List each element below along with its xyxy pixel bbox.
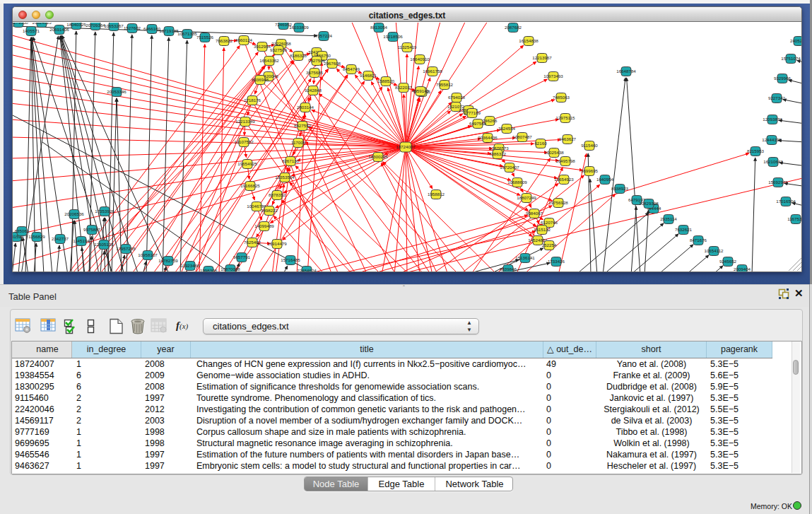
svg-text:8839846: 8839846 <box>500 267 517 271</box>
svg-text:19166825: 19166825 <box>240 183 260 188</box>
svg-text:19654923: 19654923 <box>554 177 574 182</box>
svg-text:16648784: 16648784 <box>616 69 636 74</box>
svg-text:20364436: 20364436 <box>478 135 498 140</box>
svg-text:14099489: 14099489 <box>254 223 274 228</box>
svg-text:23226058: 23226058 <box>271 41 291 46</box>
svg-text:62160: 62160 <box>534 141 547 146</box>
svg-text:10719185: 10719185 <box>159 28 179 33</box>
svg-text:10025438: 10025438 <box>544 150 564 155</box>
svg-text:12093873: 12093873 <box>763 117 782 122</box>
svg-text:9084067: 9084067 <box>526 211 543 216</box>
svg-text:16914479: 16914479 <box>267 241 287 246</box>
svg-text:17957255: 17957255 <box>116 246 136 251</box>
svg-text:7357224: 7357224 <box>315 33 333 38</box>
svg-text:1615132: 1615132 <box>534 227 551 232</box>
svg-text:16033809: 16033809 <box>289 25 309 30</box>
svg-text:7515526: 7515526 <box>196 35 214 40</box>
svg-text:12505135: 12505135 <box>94 242 114 247</box>
svg-text:15720407: 15720407 <box>500 165 519 170</box>
svg-text:1998308: 1998308 <box>200 268 218 271</box>
svg-text:10107552: 10107552 <box>234 139 254 144</box>
svg-text:2009404: 2009404 <box>734 267 751 271</box>
svg-text:19654925: 19654925 <box>237 161 257 166</box>
svg-text:15353504: 15353504 <box>275 175 295 180</box>
svg-text:9327506: 9327506 <box>308 58 326 63</box>
svg-text:9327509: 9327509 <box>270 47 288 52</box>
svg-text:15136141: 15136141 <box>515 255 535 260</box>
svg-text:19218506: 19218506 <box>383 34 403 39</box>
svg-text:12975115: 12975115 <box>555 115 575 120</box>
svg-text:18040325: 18040325 <box>66 23 86 27</box>
svg-text:1167533: 1167533 <box>787 216 801 221</box>
svg-text:2935114: 2935114 <box>660 216 677 221</box>
svg-text:8938923: 8938923 <box>611 186 629 191</box>
svg-text:10958107: 10958107 <box>138 252 158 257</box>
svg-text:9975887: 9975887 <box>83 227 101 232</box>
svg-text:16624623: 16624623 <box>32 23 52 25</box>
svg-text:2405270: 2405270 <box>790 38 801 43</box>
svg-text:10973493: 10973493 <box>543 74 563 78</box>
svg-text:3912954: 3912954 <box>254 44 271 49</box>
svg-text:8036948: 8036948 <box>252 77 269 82</box>
svg-text:117006: 117006 <box>291 140 306 145</box>
svg-text:18300295: 18300295 <box>368 154 388 159</box>
svg-text:16782759: 16782759 <box>158 258 178 263</box>
svg-text:20691406: 20691406 <box>49 27 69 32</box>
svg-text:17016504: 17016504 <box>776 199 796 204</box>
svg-text:6466160: 6466160 <box>143 26 161 31</box>
svg-text:6794028: 6794028 <box>448 95 466 100</box>
svg-text:8813054: 8813054 <box>370 25 388 30</box>
svg-text:2087682: 2087682 <box>505 25 522 30</box>
svg-text:11923466: 11923466 <box>180 263 200 268</box>
svg-text:8215953: 8215953 <box>747 148 765 153</box>
svg-text:1733426: 1733426 <box>548 259 565 264</box>
svg-text:7386322: 7386322 <box>489 151 507 156</box>
svg-text:3675685: 3675685 <box>306 70 324 75</box>
svg-text:12213967: 12213967 <box>532 55 552 60</box>
svg-text:1156829: 1156829 <box>28 234 45 239</box>
svg-text:10653267: 10653267 <box>104 23 124 28</box>
svg-text:8186328: 8186328 <box>290 53 307 58</box>
svg-text:8471676: 8471676 <box>690 238 707 243</box>
svg-text:12213349: 12213349 <box>235 119 255 124</box>
svg-text:15716485: 15716485 <box>281 257 300 262</box>
svg-text:2967608: 2967608 <box>324 61 341 66</box>
svg-text:2803144: 2803144 <box>297 105 314 110</box>
svg-text:9699695: 9699695 <box>581 168 599 173</box>
svg-text:2718176: 2718176 <box>244 98 261 103</box>
svg-text:16154838: 16154838 <box>519 38 539 43</box>
svg-text:15751074: 15751074 <box>781 56 801 61</box>
svg-text:9227342: 9227342 <box>768 95 786 100</box>
svg-text:9242848: 9242848 <box>305 88 322 93</box>
svg-text:16495798: 16495798 <box>555 158 575 163</box>
svg-text:20053346: 20053346 <box>107 89 126 94</box>
svg-text:22484624: 22484624 <box>297 268 317 271</box>
svg-text:16640910: 16640910 <box>410 57 430 62</box>
svg-text:4959143: 4959143 <box>412 88 430 93</box>
svg-text:6120746: 6120746 <box>541 220 558 225</box>
svg-text:3624554: 3624554 <box>498 126 516 131</box>
svg-text:1640954: 1640954 <box>596 177 614 182</box>
svg-text:8660124: 8660124 <box>235 37 253 42</box>
svg-text:1145194: 1145194 <box>73 238 90 243</box>
svg-text:252254: 252254 <box>542 243 557 247</box>
svg-text:10807487: 10807487 <box>512 134 532 139</box>
svg-text:7485063: 7485063 <box>553 95 570 100</box>
svg-text:15692971: 15692971 <box>768 180 788 185</box>
svg-text:19756928: 19756928 <box>548 200 568 205</box>
svg-text:7955812: 7955812 <box>436 82 454 87</box>
svg-text:16961758: 16961758 <box>423 69 442 74</box>
svg-text:8878352: 8878352 <box>269 192 286 197</box>
svg-text:10870088: 10870088 <box>220 267 240 271</box>
svg-text:8454749: 8454749 <box>343 66 360 71</box>
svg-text:1958812: 1958812 <box>428 192 445 197</box>
svg-text:12444195: 12444195 <box>762 137 782 142</box>
svg-text:20206536: 20206536 <box>64 211 84 216</box>
svg-text:1405571: 1405571 <box>23 28 40 33</box>
svg-text:6497568: 6497568 <box>469 121 487 126</box>
svg-text:9657791: 9657791 <box>233 255 251 259</box>
svg-text:9146821: 9146821 <box>360 73 377 78</box>
svg-text:17353926: 17353926 <box>95 209 114 214</box>
svg-text:11325419: 11325419 <box>397 45 417 49</box>
svg-text:18807249: 18807249 <box>517 195 536 200</box>
